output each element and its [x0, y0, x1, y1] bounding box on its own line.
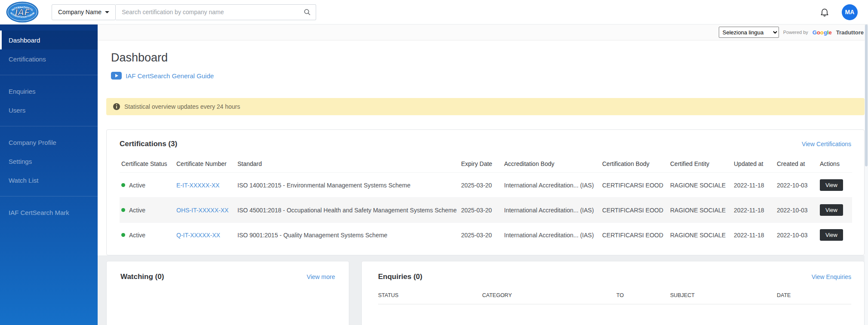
view-more-link[interactable]: View more [307, 273, 335, 280]
certifications-card-header: Certifications (3) View Certifications [120, 140, 851, 148]
view-certifications-link[interactable]: View Certifications [802, 141, 851, 147]
page-title: Dashboard [111, 51, 868, 64]
updated-at-cell: 2022-11-18 [732, 173, 775, 198]
created-at-cell: 2022-10-03 [775, 198, 818, 223]
expiry-date-cell: 2025-03-20 [459, 223, 502, 248]
certified-entity-cell: RAGIONE SOCIALE [668, 173, 732, 198]
iaf-logo[interactable]: INTERNATIONAL IAF ACCREDITATION FORUM [5, 0, 40, 24]
column-subject: SUBJECT [670, 292, 777, 298]
certificate-number-link[interactable]: E-IT-XXXXX-XX [176, 182, 219, 189]
table-row: Active E-IT-XXXXX-XX ISO 14001:2015 - En… [120, 173, 852, 198]
column-accreditation-body: Accreditation Body [502, 155, 600, 173]
bottom-section: Watching (0) View more Enquiries (0) Vie… [98, 255, 868, 325]
status-active-dot [121, 183, 125, 187]
column-updated-at: Updated at [732, 155, 775, 173]
watching-title: Watching (0) [120, 273, 164, 281]
search-group [116, 4, 316, 20]
view-button[interactable]: View [820, 179, 843, 191]
accreditation-body-cell: International Accreditation... (IAS) [502, 198, 600, 223]
sidebar-item-label: IAF CertSearch Mark [9, 209, 69, 216]
traduttore-label: Traduttore [836, 29, 864, 36]
sidebar-item-watch-list[interactable]: Watch List [0, 171, 98, 190]
language-bar: Seleziona lingua Powered by Google Tradu… [98, 25, 868, 40]
iaf-logo-icon: INTERNATIONAL IAF ACCREDITATION FORUM [5, 0, 40, 24]
main-content: Seleziona lingua Powered by Google Tradu… [98, 25, 868, 325]
sidebar-item-label: Watch List [9, 177, 38, 184]
updated-at-cell: 2022-11-18 [732, 223, 775, 248]
search-icon[interactable] [303, 8, 311, 18]
sidebar-item-label: Company Profile [9, 139, 56, 146]
expiry-date-cell: 2025-03-20 [459, 173, 502, 198]
search-input[interactable] [116, 4, 316, 20]
sidebar-item-label: Settings [9, 158, 32, 165]
sidebar-item-users[interactable]: Users [0, 101, 98, 120]
certifications-card: Certifications (3) View Certifications C… [106, 129, 865, 255]
certifications-table: Certificate Status Certificate Number St… [120, 155, 852, 247]
notifications-bell-icon[interactable] [819, 7, 830, 17]
google-logo-text: Google [813, 29, 832, 36]
sidebar-divider [0, 196, 98, 196]
certified-entity-cell: RAGIONE SOCIALE [668, 223, 732, 248]
certification-body-cell: CERTIFICARSI EOOD [600, 223, 668, 248]
statistics-alert-banner: Statistical overview updates every 24 ho… [106, 98, 865, 115]
status-active-dot [121, 233, 125, 237]
certificate-number-link[interactable]: Q-IT-XXXXX-XX [176, 232, 220, 239]
user-avatar[interactable]: MA [842, 4, 858, 20]
topbar-right-group: MA [819, 4, 868, 20]
certification-body-cell: CERTIFICARSI EOOD [600, 173, 668, 198]
sidebar-divider [0, 126, 98, 126]
sidebar-navigation: Dashboard Certifications Enquiries Users… [0, 25, 98, 325]
certificate-number-link[interactable]: OHS-IT-XXXXX-XX [176, 207, 228, 214]
updated-at-cell: 2022-11-18 [732, 198, 775, 223]
sidebar-item-label: Users [9, 107, 25, 114]
vertical-scrollbar[interactable] [865, 25, 868, 325]
company-name-dropdown[interactable]: Company Name [52, 4, 116, 20]
accreditation-body-cell: International Accreditation... (IAS) [502, 223, 600, 248]
view-enquiries-link[interactable]: View Enquiries [812, 273, 851, 280]
certified-entity-cell: RAGIONE SOCIALE [668, 198, 732, 223]
sidebar-item-dashboard[interactable]: Dashboard [0, 31, 98, 49]
column-certificate-number: Certificate Number [175, 155, 236, 173]
view-button[interactable]: View [820, 204, 843, 216]
column-to: TO [616, 292, 670, 298]
sidebar-item-label: Enquiries [9, 88, 36, 95]
guide-link-label: IAF CertSearch General Guide [126, 72, 214, 80]
column-standard: Standard [236, 155, 459, 173]
enquiries-table-header: STATUS CATEGORY TO SUBJECT DATE [378, 292, 851, 304]
column-certificate-status: Certificate Status [120, 155, 175, 173]
youtube-play-icon [111, 72, 122, 80]
language-select[interactable]: Seleziona lingua [719, 27, 779, 38]
column-date: DATE [777, 292, 851, 298]
sidebar-item-iaf-certsearch-mark[interactable]: IAF CertSearch Mark [0, 203, 98, 222]
column-certified-entity: Certified Entity [668, 155, 732, 173]
general-guide-link[interactable]: IAF CertSearch General Guide [111, 72, 214, 80]
scrollbar-thumb[interactable] [865, 25, 868, 166]
avatar-initials: MA [845, 9, 855, 15]
column-created-at: Created at [775, 155, 818, 173]
status-label: Active [129, 232, 145, 239]
top-navigation-bar: INTERNATIONAL IAF ACCREDITATION FORUM Co… [0, 0, 868, 25]
expiry-date-cell: 2025-03-20 [459, 198, 502, 223]
watching-card: Watching (0) View more [106, 261, 349, 325]
column-certification-body: Certification Body [600, 155, 668, 173]
table-row: Active OHS-IT-XXXXX-XX ISO 45001:2018 - … [120, 198, 852, 223]
status-label: Active [129, 182, 145, 189]
standard-cell: ISO 9001:2015 - Quality Management Syste… [236, 223, 459, 248]
view-button[interactable]: View [820, 229, 843, 241]
enquiries-card: Enquiries (0) View Enquiries STATUS CATE… [361, 261, 865, 325]
created-at-cell: 2022-10-03 [775, 223, 818, 248]
table-row: Active Q-IT-XXXXX-XX ISO 9001:2015 - Qua… [120, 223, 852, 248]
sidebar-item-company-profile[interactable]: Company Profile [0, 133, 98, 152]
sidebar-item-enquiries[interactable]: Enquiries [0, 82, 98, 101]
certification-body-cell: CERTIFICARSI EOOD [600, 198, 668, 223]
alert-text: Statistical overview updates every 24 ho… [124, 103, 240, 110]
column-actions: Actions [818, 155, 852, 173]
status-label: Active [129, 207, 145, 214]
column-status: STATUS [378, 292, 482, 298]
certifications-title: Certifications (3) [120, 140, 177, 148]
sidebar-item-settings[interactable]: Settings [0, 152, 98, 171]
company-dropdown-label: Company Name [58, 9, 102, 15]
sidebar-item-certifications[interactable]: Certifications [0, 49, 98, 68]
info-icon [113, 103, 120, 110]
table-header-row: Certificate Status Certificate Number St… [120, 155, 852, 173]
